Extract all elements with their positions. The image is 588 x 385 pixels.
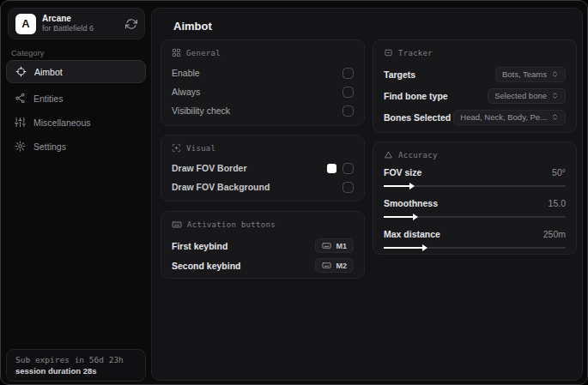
accuracy-row-smoothness: Smoothness 15.0 <box>384 196 566 220</box>
bones-selected-value: Head, Neck, Body, Pe... <box>460 112 547 122</box>
activation-row-first: First keybind M1 <box>172 236 354 256</box>
draw-fov-background-checkbox[interactable] <box>342 182 354 193</box>
always-checkbox[interactable] <box>342 87 354 98</box>
smoothness-header: Smoothness 15.0 <box>384 196 566 209</box>
unfold-icon <box>551 113 559 121</box>
category-label: Category <box>11 48 45 57</box>
draw-fov-border-label: Draw FOV Border <box>172 163 247 173</box>
targets-dropdown[interactable]: Bots, Teams <box>495 67 566 82</box>
app-logo: A <box>15 14 36 34</box>
general-card-title: General <box>186 49 221 57</box>
fov-size-header: FOV size 50° <box>384 165 566 178</box>
tracker-row-bones-selected: Bones Selected Head, Neck, Body, Pe... <box>384 106 566 128</box>
gear-icon <box>15 141 26 152</box>
general-row-enable: Enable <box>172 63 354 82</box>
max-distance-label: Max distance <box>384 229 440 239</box>
slider-fill <box>384 185 411 187</box>
slider-thumb[interactable] <box>422 244 427 251</box>
smoothness-value: 15.0 <box>549 198 566 208</box>
app-window: A Arcane for Battlefield 6 Category Aimb… <box>0 0 588 385</box>
visibility-check-label: Visibility check <box>172 105 230 116</box>
enable-checkbox[interactable] <box>342 68 354 79</box>
activation-card: Activation buttons First keybind M1 Seco… <box>161 211 365 279</box>
sidebar-item-miscellaneous[interactable]: Miscellaneous <box>6 111 146 134</box>
find-bone-type-label: Find bone type <box>384 91 448 101</box>
subscription-card: Sub expires in 56d 23h session duration … <box>6 349 146 382</box>
tracker-card-header: Tracker <box>384 48 566 57</box>
unfold-icon <box>551 92 559 99</box>
tracker-card: Tracker Targets Bots, Teams Find bone ty… <box>373 39 577 133</box>
second-keybind-button[interactable]: M2 <box>315 258 354 273</box>
tracker-row-bone-type: Find bone type Selected bone <box>384 85 566 106</box>
bones-selected-dropdown[interactable]: Head, Neck, Body, Pe... <box>453 110 566 125</box>
max-distance-value: 250m <box>543 229 566 239</box>
visual-card-header: Visual <box>172 143 354 153</box>
keyboard-icon <box>322 261 331 270</box>
general-card: General Enable Always Visibility check <box>161 39 365 126</box>
activation-row-second: Second keybind M2 <box>172 256 354 275</box>
keyboard-icon <box>322 241 331 250</box>
find-bone-type-dropdown[interactable]: Selected bone <box>488 88 566 104</box>
sidebar-item-settings[interactable]: Settings <box>6 135 146 158</box>
box-minus-icon <box>384 48 393 57</box>
sub-expires-text: Sub expires in 56d 23h <box>15 355 136 364</box>
first-keybind-label: First keybind <box>172 241 227 251</box>
visual-row-fov-background: Draw FOV Background <box>172 177 354 196</box>
app-subtitle: for Battlefield 6 <box>42 24 94 33</box>
first-keybind-value: M1 <box>336 242 347 250</box>
fov-size-value: 50° <box>552 167 566 177</box>
sidebar-item-label: Settings <box>33 141 66 152</box>
first-keybind-button[interactable]: M1 <box>315 238 354 253</box>
sidebar-item-label: Aimbot <box>34 67 63 77</box>
sidebar-item-entities[interactable]: Entities <box>6 87 146 110</box>
nodes-icon <box>15 93 26 104</box>
targets-value: Bots, Teams <box>502 69 547 79</box>
smoothness-label: Smoothness <box>384 198 438 208</box>
fov-size-label: FOV size <box>384 167 421 177</box>
accuracy-card-header: Accuracy <box>384 150 566 159</box>
always-label: Always <box>172 87 200 97</box>
draw-fov-border-checkbox[interactable] <box>342 163 354 174</box>
max-distance-header: Max distance 250m <box>384 227 566 240</box>
fov-border-color-swatch[interactable] <box>327 164 336 173</box>
find-bone-type-value: Selected bone <box>494 91 547 100</box>
visibility-check-checkbox[interactable] <box>342 105 354 117</box>
second-keybind-label: Second keybind <box>172 261 241 271</box>
sliders-icon <box>15 117 26 128</box>
fov-border-controls <box>327 163 354 174</box>
enable-label: Enable <box>172 68 200 78</box>
accuracy-row-max-distance: Max distance 250m <box>384 227 566 251</box>
visual-row-fov-border: Draw FOV Border <box>172 159 354 177</box>
keyboard-icon <box>172 220 182 230</box>
refresh-icon[interactable] <box>125 18 137 30</box>
general-card-header: General <box>172 48 354 57</box>
focus-plus-icon <box>172 143 181 153</box>
unfold-icon <box>551 70 559 78</box>
fov-size-slider[interactable] <box>384 182 566 189</box>
app-name: Arcane <box>42 14 94 25</box>
accuracy-card-title: Accuracy <box>398 151 438 159</box>
accuracy-card: Accuracy FOV size 50° Smoothness 15.0 <box>373 141 577 255</box>
sidebar-item-aimbot[interactable]: Aimbot <box>6 60 146 83</box>
max-distance-slider[interactable] <box>384 244 566 251</box>
visual-card: Visual Draw FOV Border Draw FOV Backgrou… <box>161 135 365 202</box>
sidebar-item-label: Miscellaneous <box>33 117 91 128</box>
visual-card-title: Visual <box>186 144 215 153</box>
activation-card-title: Activation buttons <box>187 220 276 229</box>
slider-thumb[interactable] <box>409 183 415 189</box>
draw-fov-background-label: Draw FOV Background <box>172 182 270 192</box>
main-panel: Aimbot General Enable Always <box>151 8 583 381</box>
sidebar-item-label: Entities <box>33 93 63 104</box>
grid-icon <box>172 48 181 57</box>
targets-label: Targets <box>384 69 415 80</box>
smoothness-slider[interactable] <box>384 213 566 220</box>
triangle-icon <box>384 150 393 159</box>
session-duration-text: session duration 28s <box>15 366 136 376</box>
bones-selected-label: Bones Selected <box>384 112 451 123</box>
slider-thumb[interactable] <box>413 214 418 220</box>
general-row-always: Always <box>172 82 354 101</box>
accuracy-row-fov-size: FOV size 50° <box>384 165 566 189</box>
app-header: A Arcane for Battlefield 6 <box>8 8 145 39</box>
activation-card-header: Activation buttons <box>172 220 354 230</box>
general-row-visibility: Visibility check <box>172 101 354 120</box>
